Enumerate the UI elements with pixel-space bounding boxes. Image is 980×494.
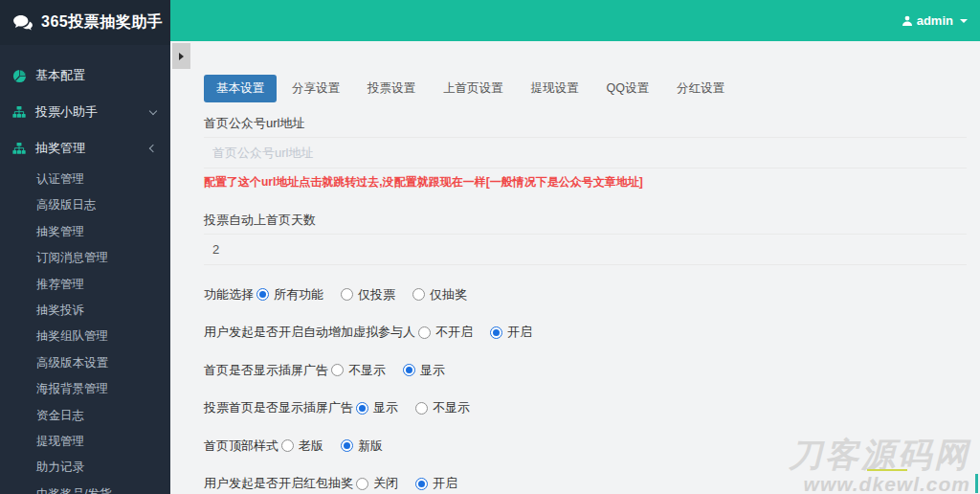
radio-option-label: 不显示: [433, 399, 470, 416]
sidebar-subitem[interactable]: 抽奖管理: [0, 219, 170, 245]
radio-option[interactable]: 显示: [353, 399, 398, 416]
pie-chart-icon: [12, 69, 27, 83]
settings-tab[interactable]: 基本设置: [204, 75, 277, 102]
settings-tab[interactable]: 分享设置: [279, 75, 352, 102]
radio-option-label: 关闭: [373, 475, 398, 492]
sidebar-subitem[interactable]: 订阅消息管理: [0, 245, 170, 271]
radio-field-label: 用户发起是否开启红包抽奖: [204, 475, 353, 492]
sidebar-item-label: 基本配置: [35, 67, 85, 84]
sitemap-icon: [12, 142, 27, 155]
days-input[interactable]: [204, 235, 967, 265]
radio-field-label: 投票首页是否显示插屏广告: [204, 399, 353, 416]
sitemap-icon: [12, 105, 27, 119]
radio-button-icon: [415, 478, 428, 490]
sidebar-subitem[interactable]: 认证管理: [0, 167, 170, 192]
arrow-right-icon: [179, 53, 184, 60]
radio-option-label: 仅抽奖: [430, 286, 467, 303]
chevron-icon: [149, 107, 157, 115]
url-field-help: 配置了这个url地址点击就跳转过去,没配置就跟现在一样[一般情况下是公众号文章地…: [204, 174, 967, 191]
sidebar-subitem[interactable]: 抽奖组队管理: [0, 324, 170, 349]
radio-button-icon: [341, 288, 353, 301]
sidebar-item-label: 投票小助手: [35, 103, 98, 121]
radio-field-row: 首页顶部样式 老版 新版: [204, 438, 967, 455]
top-header: admin: [170, 0, 980, 41]
settings-tab[interactable]: QQ设置: [594, 75, 661, 102]
settings-tab[interactable]: 提现设置: [519, 75, 591, 102]
radio-button-icon: [331, 364, 344, 376]
radio-option[interactable]: 新版: [338, 438, 383, 455]
sidebar-subitem[interactable]: 高级版日志: [0, 192, 170, 218]
user-name: admin: [917, 13, 953, 28]
radio-option-label: 不开启: [435, 324, 473, 341]
radio-field-label: 首页顶部样式: [204, 438, 278, 455]
radio-option-label: 老版: [299, 438, 323, 455]
sidebar-subitem[interactable]: 资金日志: [0, 403, 170, 429]
radio-option-label: 新版: [358, 438, 383, 455]
radio-field-label: 用户发起是否开启自动增加虚拟参与人: [204, 324, 415, 341]
radio-option[interactable]: 关闭: [353, 475, 398, 492]
app-logo[interactable]: 365投票抽奖助手: [0, 0, 170, 45]
sidebar-subitem[interactable]: 抽奖投诉: [0, 298, 170, 324]
sidebar-subitem[interactable]: 中奖奖品/发货: [0, 482, 170, 494]
sidebar-subitem[interactable]: 提现管理: [0, 429, 170, 455]
radio-button-icon: [412, 288, 425, 301]
sidebar-nav: 基本配置 投票小助手: [0, 45, 170, 494]
url-field-group: 首页公众号url地址 配置了这个url地址点击就跳转过去,没配置就跟现在一样[一…: [204, 115, 967, 191]
sidebar-subitem[interactable]: 助力记录: [0, 455, 170, 481]
sidebar-item[interactable]: 投票小助手: [0, 94, 170, 130]
radio-button-icon: [418, 326, 431, 339]
radio-field-row: 投票首页是否显示插屏广告 显示 不显示: [204, 399, 967, 416]
chat-bubbles-icon: [12, 14, 33, 32]
settings-tab[interactable]: 上首页设置: [431, 75, 516, 102]
radio-option[interactable]: 所有功能: [254, 286, 323, 303]
settings-tab[interactable]: 投票设置: [355, 75, 428, 102]
radio-option[interactable]: 不开启: [415, 324, 473, 341]
caret-down-icon: [960, 19, 968, 23]
radio-option-label: 开启: [433, 475, 457, 492]
sidebar-item[interactable]: 基本配置: [0, 57, 170, 94]
chevron-icon: [149, 145, 157, 152]
radio-option[interactable]: 不显示: [412, 399, 470, 416]
radio-option-label: 所有功能: [274, 286, 323, 303]
app-title: 365投票抽奖助手: [41, 12, 163, 33]
settings-tabs: 基本设置 分享设置 投票设置 上首页设置 提现设置 QQ设置 分红设置: [204, 75, 967, 102]
radio-option-label: 不显示: [348, 362, 386, 379]
radio-option[interactable]: 开启: [412, 475, 457, 492]
radio-button-icon: [490, 326, 502, 339]
days-field-group: 投票自动上首页天数: [204, 212, 967, 265]
radio-button-icon: [356, 478, 368, 490]
radio-option[interactable]: 不显示: [328, 362, 386, 379]
radio-option[interactable]: 仅投票: [338, 286, 395, 303]
radio-rows: 功能选择 所有功能 仅投票 仅抽奖 用户发起是否开启自动增加虚拟参与人 不开启 …: [204, 286, 967, 493]
radio-field-row: 功能选择 所有功能 仅投票 仅抽奖: [204, 286, 967, 303]
radio-option-label: 显示: [373, 399, 398, 416]
settings-tab[interactable]: 分红设置: [664, 75, 737, 102]
url-field-label: 首页公众号url地址: [204, 115, 967, 138]
radio-button-icon: [356, 402, 368, 415]
sidebar: 365投票抽奖助手 基本配置: [0, 0, 170, 494]
user-icon: [902, 15, 913, 27]
radio-field-label: 首页是否显示插屏广告: [204, 362, 328, 379]
sidebar-item[interactable]: 抽奖管理: [0, 130, 170, 167]
radio-field-label: 功能选择: [204, 286, 254, 303]
radio-button-icon: [281, 439, 294, 452]
days-field-label: 投票自动上首页天数: [204, 212, 967, 235]
user-menu[interactable]: admin: [902, 0, 968, 41]
radio-option[interactable]: 老版: [278, 438, 323, 455]
radio-field-row: 首页是否显示插屏广告 不显示 显示: [204, 362, 967, 379]
radio-option[interactable]: 仅抽奖: [410, 286, 467, 303]
sidebar-subitem[interactable]: 推荐管理: [0, 272, 170, 298]
radio-field-row: 用户发起是否开启红包抽奖 关闭 开启: [204, 475, 967, 492]
radio-option[interactable]: 显示: [400, 362, 445, 379]
radio-button-icon: [256, 288, 269, 301]
url-input[interactable]: [204, 138, 967, 168]
radio-field-row: 用户发起是否开启自动增加虚拟参与人 不开启 开启: [204, 324, 967, 341]
sidebar-item-label: 抽奖管理: [35, 140, 85, 157]
radio-option[interactable]: 开启: [487, 324, 532, 341]
sidebar-collapse-handle[interactable]: [172, 43, 190, 69]
sidebar-subitem[interactable]: 高级版本设置: [0, 350, 170, 376]
radio-option-label: 开启: [507, 324, 532, 341]
radio-option-label: 仅投票: [358, 286, 395, 303]
sidebar-subitem[interactable]: 海报背景管理: [0, 376, 170, 402]
radio-option-label: 显示: [420, 362, 445, 379]
